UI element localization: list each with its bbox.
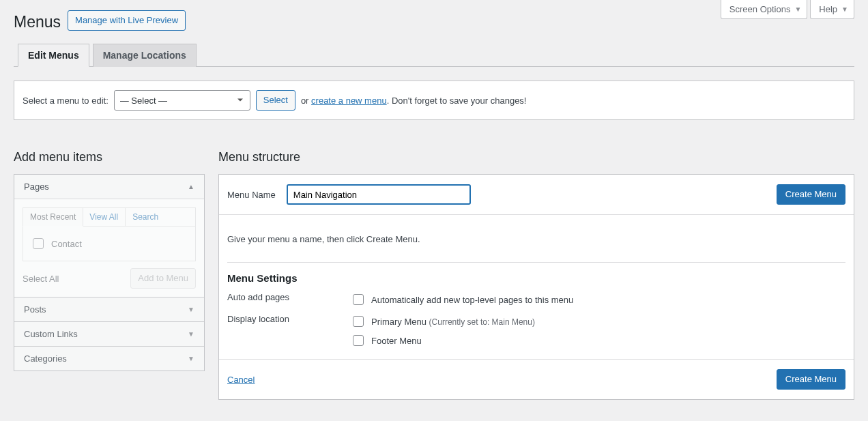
tab-manage-locations[interactable]: Manage Locations [93, 44, 197, 67]
add-items-accordion: Pages ▲ Most Recent View All Search Cont… [14, 174, 205, 371]
footer-menu-option[interactable]: Footer Menu [350, 333, 535, 348]
chevron-down-icon: ▼ [188, 306, 194, 313]
help-button[interactable]: Help ▼ [810, 0, 854, 19]
instruction-text: Give your menu a name, then click Create… [227, 234, 845, 244]
chevron-up-icon: ▲ [188, 183, 194, 190]
footer-menu-checkbox[interactable] [353, 335, 364, 346]
accordion-label-posts: Posts [24, 304, 46, 315]
primary-menu-hint: (Currently set to: Main Menu) [429, 317, 535, 327]
cancel-link[interactable]: Cancel [227, 375, 255, 385]
menu-name-label: Menu Name [227, 190, 276, 200]
auto-add-pages-text: Automatically add new top-level pages to… [371, 295, 573, 305]
accordion-label-pages: Pages [24, 182, 49, 192]
pages-inner-tabs: Most Recent View All Search [23, 207, 196, 226]
chevron-down-icon: ▼ [188, 330, 194, 338]
create-new-menu-link[interactable]: create a new menu [311, 96, 387, 106]
select-button[interactable]: Select [256, 90, 295, 111]
inner-tab-most-recent[interactable]: Most Recent [23, 207, 83, 227]
tab-edit-menus[interactable]: Edit Menus [18, 44, 89, 67]
accordion-body-pages: Most Recent View All Search Contact Sele… [14, 199, 204, 297]
footer-menu-text: Footer Menu [371, 336, 422, 346]
auto-add-pages-option[interactable]: Automatically add new top-level pages to… [350, 292, 573, 307]
help-label: Help [819, 4, 837, 14]
menu-select-dropdown[interactable]: — Select — [114, 90, 250, 111]
inner-tab-search[interactable]: Search [126, 208, 165, 226]
divider [227, 262, 845, 263]
page-item-checkbox[interactable] [33, 238, 44, 249]
page-item-label: Contact [51, 239, 82, 249]
nav-tabs: Edit Menus Manage Locations [14, 44, 854, 67]
live-preview-button[interactable]: Manage with Live Preview [68, 10, 186, 31]
menu-name-input[interactable] [287, 184, 471, 205]
add-menu-items-heading: Add menu items [14, 139, 205, 164]
chevron-down-icon: ▼ [841, 5, 848, 13]
add-to-menu-button: Add to Menu [130, 268, 196, 289]
select-all-link[interactable]: Select All [23, 274, 59, 284]
display-location-label: Display location [227, 314, 350, 324]
accordion-label-custom-links: Custom Links [24, 329, 78, 339]
auto-add-pages-checkbox[interactable] [353, 294, 364, 305]
inner-tab-view-all[interactable]: View All [83, 208, 126, 226]
page-title: Menus [14, 7, 61, 34]
accordion-header-posts[interactable]: Posts ▼ [14, 297, 204, 321]
menu-select-label: Select a menu to edit: [23, 96, 108, 106]
accordion-header-custom-links[interactable]: Custom Links ▼ [14, 321, 204, 346]
menu-structure-heading: Menu structure [218, 139, 854, 164]
primary-menu-text: Primary Menu [371, 317, 426, 327]
chevron-down-icon: ▼ [794, 5, 801, 13]
screen-options-button[interactable]: Screen Options ▼ [721, 0, 808, 19]
create-menu-button-bottom[interactable]: Create Menu [777, 369, 845, 390]
accordion-label-categories: Categories [24, 353, 67, 364]
menu-edit-panel: Menu Name Create Menu Give your menu a n… [218, 174, 854, 400]
accordion-header-pages[interactable]: Pages ▲ [14, 175, 204, 199]
create-menu-button-top[interactable]: Create Menu [777, 184, 845, 205]
menu-select-bar: Select a menu to edit: — Select — Select… [14, 81, 854, 120]
auto-add-pages-label: Auto add pages [227, 292, 350, 302]
primary-menu-checkbox[interactable] [353, 316, 364, 327]
screen-options-label: Screen Options [729, 4, 791, 14]
suffix-text: . Don't forget to save your changes! [387, 96, 527, 106]
chevron-down-icon: ▼ [188, 355, 194, 362]
primary-menu-option[interactable]: Primary Menu (Currently set to: Main Men… [350, 314, 535, 329]
accordion-header-categories[interactable]: Categories ▼ [14, 346, 204, 371]
or-text: or [301, 96, 309, 106]
menu-settings-title: Menu Settings [227, 272, 845, 284]
page-item-contact[interactable]: Contact [30, 236, 188, 251]
